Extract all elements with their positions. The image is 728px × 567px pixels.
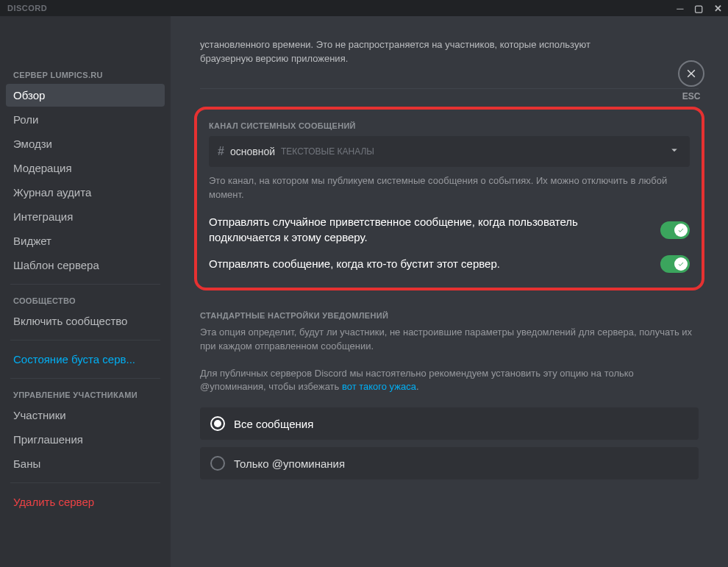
sidebar-item-audit-log[interactable]: Журнал аудита xyxy=(6,181,165,204)
welcome-toggle-label: Отправлять случайное приветственное сооб… xyxy=(209,215,649,245)
window-titlebar: DISCORD ─ ▢ ✕ xyxy=(0,0,728,16)
sidebar-item-members[interactable]: Участники xyxy=(6,404,165,427)
sidebar-item-template[interactable]: Шаблон сервера xyxy=(6,254,165,277)
sidebar-item-overview[interactable]: Обзор xyxy=(6,84,165,107)
minimize-icon[interactable]: ─ xyxy=(677,4,684,13)
notification-horror-link[interactable]: вот такого ужаса xyxy=(342,381,416,392)
sidebar-item-delete-server[interactable]: Удалить сервер xyxy=(6,491,165,513)
system-messages-section: КАНАЛ СИСТЕМНЫХ СООБЩЕНИЙ # основной ТЕК… xyxy=(194,107,704,290)
sidebar-item-enable-community[interactable]: Включить сообщество xyxy=(6,310,165,332)
sidebar-section-community: СООБЩЕСТВО xyxy=(6,292,165,310)
radio-label: Все сообщения xyxy=(234,418,313,430)
sidebar-item-invites[interactable]: Приглашения xyxy=(6,428,165,451)
sidebar-section-members: УПРАВЛЕНИЕ УЧАСТНИКАМИ xyxy=(6,386,165,404)
system-channel-label: КАНАЛ СИСТЕМНЫХ СООБЩЕНИЙ xyxy=(209,121,690,130)
sidebar-item-boost-status[interactable]: Состояние буста серв... xyxy=(6,348,165,371)
close-icon xyxy=(678,60,704,87)
settings-content: ESC установленного времени. Это не распр… xyxy=(171,16,728,567)
close-settings-button[interactable]: ESC xyxy=(678,60,704,101)
sidebar-divider xyxy=(10,284,160,285)
toggle-knob xyxy=(674,224,688,237)
channel-category: ТЕКСТОВЫЕ КАНАЛЫ xyxy=(281,146,374,157)
sidebar-item-moderation[interactable]: Модерация xyxy=(6,157,165,179)
settings-sidebar: СЕРВЕР LUMPICS.RU Обзор Роли Эмодзи Моде… xyxy=(0,16,171,567)
radio-label: Только @упоминания xyxy=(234,457,345,470)
sidebar-item-integrations[interactable]: Интеграция xyxy=(6,205,165,228)
welcome-message-toggle[interactable] xyxy=(660,221,690,239)
system-channel-help: Это канал, на котором мы публикуем систе… xyxy=(209,174,690,202)
radio-icon xyxy=(210,416,225,431)
notification-help-1: Эта опция определит, будут ли участники,… xyxy=(200,326,699,354)
sidebar-divider xyxy=(10,378,160,379)
esc-label: ESC xyxy=(682,91,701,101)
sidebar-divider xyxy=(10,340,160,340)
channel-name: основной xyxy=(230,146,275,157)
radio-all-messages[interactable]: Все сообщения xyxy=(200,407,699,440)
toggle-knob xyxy=(674,257,688,271)
notification-settings-label: СТАНДАРТНЫЕ НАСТРОЙКИ УВЕДОМЛЕНИЙ xyxy=(200,311,699,320)
boost-message-toggle[interactable] xyxy=(660,255,690,273)
sidebar-divider xyxy=(10,482,160,483)
maximize-icon[interactable]: ▢ xyxy=(694,4,704,13)
notification-help-2: Для публичных серверов Discord мы настоя… xyxy=(200,367,699,395)
boost-message-toggle-row: Отправлять сообщение, когда кто-то бусти… xyxy=(209,255,690,273)
section-divider xyxy=(200,88,699,89)
sidebar-item-emoji[interactable]: Эмодзи xyxy=(6,132,165,155)
sidebar-section-server: СЕРВЕР LUMPICS.RU xyxy=(6,66,165,84)
radio-icon xyxy=(210,456,225,471)
chevron-down-icon xyxy=(668,143,681,160)
hash-icon: # xyxy=(218,145,224,158)
window-controls: ─ ▢ ✕ xyxy=(677,4,722,13)
system-channel-select[interactable]: # основной ТЕКСТОВЫЕ КАНАЛЫ xyxy=(209,136,690,167)
sidebar-item-widget[interactable]: Виджет xyxy=(6,229,165,252)
welcome-message-toggle-row: Отправлять случайное приветственное сооб… xyxy=(209,215,690,245)
close-icon[interactable]: ✕ xyxy=(714,4,723,13)
app-brand: DISCORD xyxy=(7,4,47,13)
radio-only-mentions[interactable]: Только @упоминания xyxy=(200,447,699,479)
sidebar-item-bans[interactable]: Баны xyxy=(6,452,165,475)
inactive-description: установленного времени. Это не распростр… xyxy=(200,38,641,66)
sidebar-item-roles[interactable]: Роли xyxy=(6,108,165,131)
boost-toggle-label: Отправлять сообщение, когда кто-то бусти… xyxy=(209,257,649,271)
